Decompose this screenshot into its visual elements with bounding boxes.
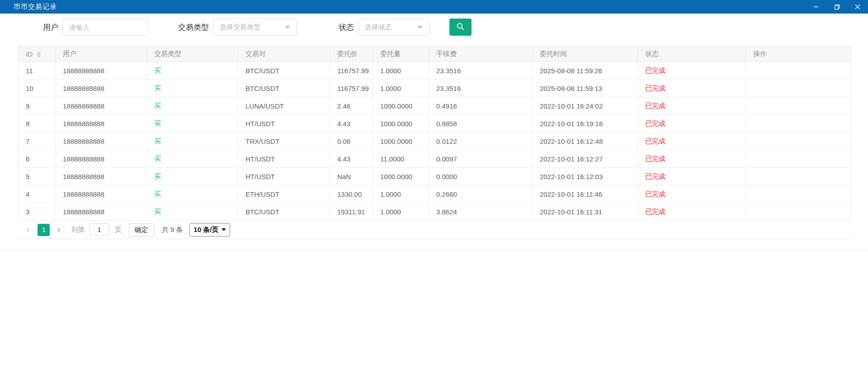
prev-page-button[interactable]: ‹: [24, 225, 31, 235]
status-filter-label: 状态: [339, 22, 354, 33]
cell-type: 买: [147, 132, 238, 150]
search-button[interactable]: [449, 19, 472, 36]
cell-type: 买: [147, 115, 238, 132]
cell-type: 买: [147, 168, 238, 185]
status-completed-label: 已完成: [645, 172, 665, 180]
table-row: 1018888888888买BTC/USDT116757.991.000023.…: [19, 80, 851, 97]
pagination-bar: ‹ 1 › 到第 页 确定 共 9 条 10 条/页: [18, 221, 851, 239]
status-select-placeholder: 选择状态: [365, 23, 414, 32]
cell-time: 2022-10-01 16:11:31: [533, 203, 638, 221]
cell-time: 2025-08-08 11:59:13: [533, 80, 638, 97]
minimize-icon: [813, 4, 819, 9]
status-completed-label: 已完成: [645, 66, 665, 74]
cell-action: [746, 97, 851, 115]
col-header-trade-type: 交易类型: [147, 47, 238, 62]
cell-fee: 23.3516: [429, 62, 533, 80]
goto-page-prefix: 到第: [71, 226, 85, 234]
cell-pair: LUNA/USDT: [238, 97, 330, 115]
col-header-price: 委托价: [330, 47, 373, 62]
minimize-button[interactable]: [806, 0, 826, 14]
status-completed-label: 已完成: [645, 137, 665, 145]
col-header-user: 用户: [56, 47, 147, 62]
col-header-id[interactable]: ID: [19, 47, 56, 62]
trade-type-buy-label: 买: [154, 190, 161, 198]
cell-price: 1330.00: [330, 185, 373, 203]
goto-page-input[interactable]: [90, 223, 109, 236]
trade-records-table: ID 用户 交易类型 交易对 委托价 委托量 手续费 委托时间 状态 操作 11…: [18, 46, 851, 221]
cell-status: 已完成: [638, 203, 746, 221]
cell-id: 10: [19, 80, 56, 97]
cell-action: [746, 150, 851, 168]
search-icon: [456, 22, 465, 32]
cell-status: 已完成: [638, 150, 746, 168]
cell-type: 买: [147, 97, 238, 115]
cell-user: 18888888888: [56, 62, 147, 80]
page-number-button[interactable]: 1: [38, 224, 50, 236]
status-completed-label: 已完成: [645, 155, 665, 162]
cell-price: 116757.99: [330, 62, 373, 80]
next-page-button[interactable]: ›: [55, 225, 62, 235]
window-titlebar: 币币交易记录: [0, 0, 868, 14]
cell-action: [746, 168, 851, 185]
cell-amount: 1.0000: [373, 203, 429, 221]
page-size-select[interactable]: 10 条/页: [189, 223, 230, 237]
restore-button[interactable]: [826, 0, 847, 14]
cell-action: [746, 185, 851, 203]
cell-price: 4.43: [330, 115, 373, 132]
table-row: 618888888888买HT/USDT4.4311.00000.0097202…: [19, 150, 851, 168]
cell-id: 3: [19, 203, 56, 221]
trade-type-buy-label: 买: [154, 137, 161, 145]
cell-status: 已完成: [638, 97, 746, 115]
cell-pair: ETH/USDT: [238, 185, 330, 203]
cell-status: 已完成: [638, 168, 746, 185]
trade-type-buy-label: 买: [154, 84, 161, 92]
status-select[interactable]: 选择状态: [358, 19, 429, 36]
table-header-row: ID 用户 交易类型 交易对 委托价 委托量 手续费 委托时间 状态 操作: [19, 47, 851, 62]
sort-icon[interactable]: [37, 52, 41, 57]
confirm-button[interactable]: 确定: [129, 223, 154, 237]
cell-pair: BTC/USDT: [238, 80, 330, 97]
cell-pair: HT/USDT: [238, 168, 330, 185]
cell-action: [746, 62, 851, 80]
status-completed-label: 已完成: [645, 190, 665, 198]
cell-status: 已完成: [638, 185, 746, 203]
cell-amount: 1.0000: [373, 62, 429, 80]
trade-type-buy-label: 买: [154, 208, 161, 215]
cell-amount: 11.0000: [373, 150, 429, 168]
user-search-input[interactable]: [62, 19, 148, 36]
cell-user: 18888888888: [56, 97, 147, 115]
table-row: 418888888888买ETH/USDT1330.001.00000.2660…: [19, 185, 851, 203]
cell-action: [746, 132, 851, 150]
page-size-label: 10 条/页: [193, 226, 218, 234]
cell-user: 18888888888: [56, 150, 147, 168]
cell-pair: HT/USDT: [238, 115, 330, 132]
cell-user: 18888888888: [56, 168, 147, 185]
col-header-time: 委托时间: [533, 47, 638, 62]
col-header-amount: 委托量: [373, 47, 429, 62]
status-completed-label: 已完成: [645, 208, 665, 215]
close-button[interactable]: [847, 0, 868, 14]
status-completed-label: 已完成: [645, 102, 665, 109]
trade-type-select[interactable]: 选择交易类型: [213, 19, 297, 36]
cell-fee: 0.0000: [429, 168, 533, 185]
cell-amount: 1.0000: [373, 80, 429, 97]
cell-action: [746, 80, 851, 97]
filter-bar: 用户 交易类型 选择交易类型 状态 选择状态: [0, 19, 868, 36]
cell-id: 7: [19, 132, 56, 150]
trade-type-buy-label: 买: [154, 172, 161, 180]
table-row: 818888888888买HT/USDT4.431000.00000.88582…: [19, 115, 851, 132]
trade-type-buy-label: 买: [154, 155, 161, 162]
cell-amount: 1000.0000: [373, 168, 429, 185]
content-divider: [0, 251, 868, 251]
table-row: 918888888888买LUNA/USDT2.461000.00000.491…: [19, 97, 851, 115]
cell-fee: 0.0097: [429, 150, 533, 168]
cell-id: 6: [19, 150, 56, 168]
cell-status: 已完成: [638, 80, 746, 97]
cell-user: 18888888888: [56, 80, 147, 97]
table-row: 318888888888买BTC/USDT19311.911.00003.862…: [19, 203, 851, 221]
cell-type: 买: [147, 62, 238, 80]
cell-status: 已完成: [638, 115, 746, 132]
status-completed-label: 已完成: [645, 119, 665, 127]
table-row: 718888888888买TRX/USDT0.061000.00000.0122…: [19, 132, 851, 150]
col-header-id-label: ID: [26, 50, 33, 58]
